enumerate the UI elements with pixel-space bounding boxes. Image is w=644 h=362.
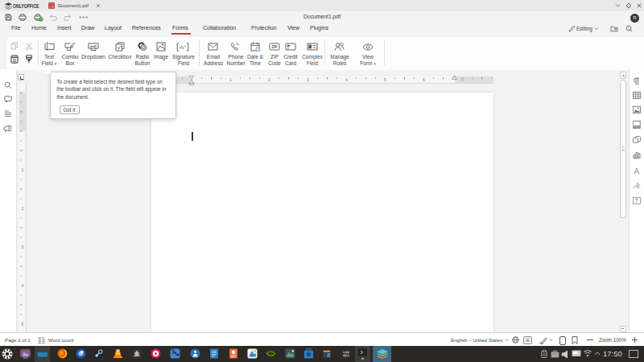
svg-text:7: 7 (461, 77, 464, 82)
svg-text:6: 6 (423, 77, 425, 82)
svg-text:5: 5 (384, 77, 386, 82)
svg-text:5: 5 (22, 322, 24, 327)
svg-text:3: 3 (307, 77, 309, 82)
svg-text:1: 1 (22, 167, 24, 172)
svg-text:ZIP: ZIP (271, 45, 277, 49)
svg-text:4: 4 (345, 77, 348, 82)
svg-text:1: 1 (229, 77, 232, 82)
svg-text:4: 4 (22, 283, 24, 288)
svg-text:3: 3 (22, 245, 24, 249)
svg-text:2: 2 (22, 206, 24, 211)
svg-text:2: 2 (268, 77, 270, 82)
